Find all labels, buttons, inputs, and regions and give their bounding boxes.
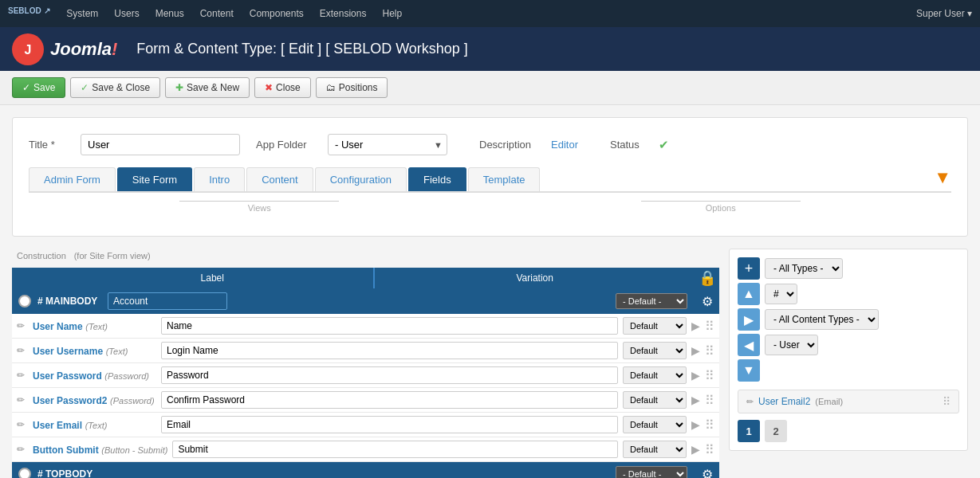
field-edit-pencil-icon[interactable]: ✏ [17,370,28,381]
field-name-label: User Password2 [33,395,107,406]
mainbody-variation-select[interactable]: - Default - [616,293,687,309]
num-btn-2[interactable]: 2 [765,420,787,442]
field-drag-handle-icon[interactable]: ⠿ [705,393,714,408]
form-panel: Title * App Folder - User ▼ Description … [12,117,968,237]
field-variation-select[interactable]: Default [623,317,687,335]
field-label-input[interactable] [161,416,618,433]
user-select[interactable]: - User [765,335,818,355]
field-drag-handle-icon[interactable]: ⠿ [705,417,714,433]
save-button[interactable]: ✓ Save [12,77,65,98]
nav-menus[interactable]: Menus [152,2,187,25]
app-folder-select[interactable]: - User [328,134,447,155]
positions-button[interactable]: 🗂 Positions [316,77,388,98]
move-left-button[interactable]: ◀ [738,334,760,356]
toolbar: ✓ Save ✓ Save & Close ✚ Save & New ✖ Clo… [0,71,980,105]
nav-extensions[interactable]: Extensions [317,2,370,25]
tab-admin-form[interactable]: Admin Form [29,167,116,191]
tab-intro[interactable]: Intro [194,167,245,191]
nav-system[interactable]: System [63,2,101,25]
field-variation-select[interactable]: Default [623,366,687,384]
field-drag-handle-icon[interactable]: ⠿ [705,442,714,457]
field-variation-wrapper: Default [623,342,687,359]
seblod-link[interactable]: SEBLOD ↗ [8,6,50,20]
topbody-variation: - Default - [616,466,687,478]
field-variation-select[interactable]: Default [623,441,687,458]
field-drag-handle-icon[interactable]: ⠿ [705,368,714,383]
field-rows-container: ✏ User Name (Text) Default ▶ ⠿ ✏ User Us… [12,314,719,462]
tab-template[interactable]: Template [468,167,541,191]
tab-content[interactable]: Content [246,167,313,191]
nav-help[interactable]: Help [379,2,405,25]
title-label: Title * [29,139,65,151]
joomla-header: J Joomla! Form & Content Type: [ Edit ] … [0,27,980,71]
user-wrapper: - User [765,335,959,355]
app-folder-label: App Folder [256,139,312,151]
topbody-gear-icon[interactable]: ⚙ [702,467,713,479]
all-content-types-select[interactable]: - All Content Types - [765,309,879,330]
move-down-button[interactable]: ▼ [738,359,760,382]
nav-users[interactable]: Users [111,2,142,25]
add-field-button[interactable]: + [738,257,760,280]
editor-link[interactable]: Editor [551,139,578,151]
field-type-label: (Button - Submit) [101,445,167,455]
field-variation-select[interactable]: Default [623,416,687,433]
close-label: Close [276,82,301,93]
right-row-hash: ▲ # [738,283,959,305]
field-variation-wrapper: Default [623,366,687,384]
construction-header: Construction (for Site Form view) [12,249,719,261]
move-right-button[interactable]: ▶ [738,308,760,331]
field-variation-select[interactable]: Default [623,342,687,359]
field-move-icon[interactable]: ▶ [691,394,700,406]
field-edit-pencil-icon[interactable]: ✏ [17,345,28,356]
field-label-input[interactable] [172,441,618,458]
hash-wrapper: # [765,284,959,304]
all-types-wrapper: - All Types - [765,258,959,279]
field-label-input[interactable] [161,366,618,384]
field-edit-pencil-icon[interactable]: ✏ [17,320,28,331]
field-label-input[interactable] [161,342,618,359]
tab-fields[interactable]: Fields [408,167,466,191]
page-title: Form & Content Type: [ Edit ] [ SEBLOD W… [136,41,468,57]
field-move-icon[interactable]: ▶ [691,369,700,382]
field-move-icon[interactable]: ▶ [691,344,700,357]
mainbody-label-input[interactable] [108,292,227,310]
topbody-radio[interactable] [18,468,31,478]
topbody-variation-select[interactable]: - Default - [616,466,687,478]
field-edit-pencil-icon[interactable]: ✏ [17,394,28,406]
field-label-input[interactable] [161,391,618,409]
field-drag-handle-icon[interactable]: ⠿ [705,319,714,334]
expand-arrow-icon[interactable]: ▼ [934,167,951,188]
label-column-header: Label [52,268,375,288]
field-move-icon[interactable]: ▶ [691,319,700,332]
field-drag-handle-icon[interactable]: ⠿ [705,343,714,358]
right-panel-inner: + - All Types - ▲ # [729,249,968,451]
title-input[interactable] [81,134,240,155]
field-edit-pencil-icon[interactable]: ✏ [17,419,28,430]
nav-components[interactable]: Components [246,2,307,25]
main-menu: System Users Menus Content Components Ex… [63,2,405,25]
tabs-row: Admin Form Site Form Intro Content Confi… [29,167,951,191]
field-label-input[interactable] [161,317,618,335]
left-panel: Construction (for Site Form view) Label … [12,249,719,478]
num-btn-1[interactable]: 1 [738,420,760,442]
tab-site-form[interactable]: Site Form [117,167,192,191]
close-button[interactable]: ✖ Close [254,77,311,98]
field-move-icon[interactable]: ▶ [691,443,700,456]
topbody-name: # TOPBODY [37,468,101,478]
move-up-button[interactable]: ▲ [738,283,760,305]
mainbody-radio[interactable] [18,295,31,308]
tab-configuration[interactable]: Configuration [315,167,407,191]
mainbody-gear-icon[interactable]: ⚙ [702,294,713,309]
save-new-button[interactable]: ✚ Save & New [165,77,250,98]
save-close-button[interactable]: ✓ Save & Close [70,77,160,98]
all-types-select[interactable]: - All Types - [765,258,843,279]
field-item-name: User Email2 [758,396,810,407]
field-variation-select[interactable]: Default [623,391,687,409]
right-field-item[interactable]: ✏ User Email2 (Email) ⠿ [738,390,959,413]
nav-content[interactable]: Content [197,2,237,25]
super-user-menu[interactable]: Super User ▾ [916,8,972,19]
hash-select[interactable]: # [765,284,797,304]
field-row: ✏ Button Submit (Button - Submit) Defaul… [12,437,719,462]
field-move-icon[interactable]: ▶ [691,418,700,431]
field-edit-pencil-icon[interactable]: ✏ [17,444,28,455]
